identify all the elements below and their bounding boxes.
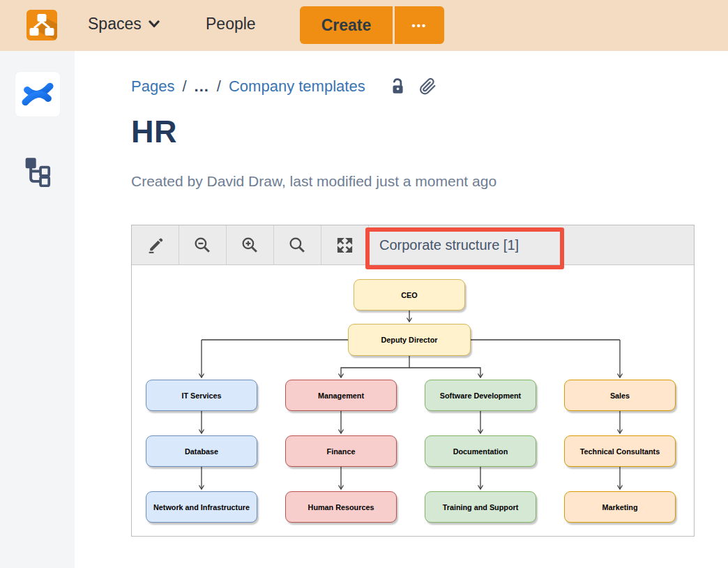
breadcrumb-separator: / bbox=[217, 77, 221, 96]
zoom-reset-icon bbox=[288, 236, 307, 255]
org-node-documentation: Documentation bbox=[425, 435, 536, 467]
org-node-it-services: IT Services bbox=[146, 380, 257, 411]
confluence-app-button[interactable] bbox=[15, 72, 60, 117]
unrestricted-button[interactable] bbox=[388, 77, 407, 96]
nav-spaces[interactable]: Spaces bbox=[88, 15, 160, 33]
breadcrumb-pages-link[interactable]: Pages bbox=[131, 77, 174, 96]
drawio-logo-icon bbox=[26, 10, 57, 40]
create-button-group: Create ••• bbox=[300, 6, 444, 44]
top-nav-bar: Spaces People Create ••• bbox=[0, 0, 728, 51]
breadcrumb-separator: / bbox=[182, 77, 186, 96]
fullscreen-icon bbox=[335, 236, 354, 255]
org-node-database: Database bbox=[146, 435, 257, 467]
org-node-technical-consultants: Technical Consultants bbox=[564, 435, 676, 467]
page-tree-icon bbox=[23, 156, 52, 187]
zoom-in-button[interactable] bbox=[227, 225, 274, 264]
breadcrumb-parent-link[interactable]: Company templates bbox=[229, 77, 365, 96]
edit-diagram-button[interactable] bbox=[132, 225, 179, 264]
fullscreen-button[interactable] bbox=[321, 225, 369, 264]
zoom-in-icon bbox=[241, 236, 259, 255]
paperclip-icon bbox=[419, 77, 437, 96]
page-byline: Created by David Draw, last modified jus… bbox=[131, 173, 496, 190]
nav-people-label: People bbox=[206, 15, 256, 33]
breadcrumb-ellipsis[interactable]: ... bbox=[195, 77, 209, 96]
diagram-toolbar: Corporate structure [1] bbox=[132, 225, 694, 265]
create-button[interactable]: Create bbox=[300, 6, 393, 44]
org-node-software-development: Software Development bbox=[425, 380, 536, 411]
drawio-logo[interactable] bbox=[26, 10, 57, 40]
page-title: HR bbox=[131, 114, 177, 150]
page-content: Pages / ... / Company templates HR Creat… bbox=[131, 51, 703, 568]
org-node-marketing: Marketing bbox=[564, 491, 676, 523]
org-node-deputy-director: Deputy Director bbox=[348, 324, 471, 356]
zoom-out-button[interactable] bbox=[179, 225, 227, 264]
page-tree-button[interactable] bbox=[22, 156, 53, 188]
attachments-button[interactable] bbox=[419, 77, 437, 96]
unlock-icon bbox=[388, 77, 407, 96]
create-more-button[interactable]: ••• bbox=[395, 6, 444, 44]
org-node-network-infrastructure: Network and Infrastructure bbox=[146, 491, 257, 523]
breadcrumb: Pages / ... / Company templates bbox=[131, 77, 437, 96]
org-node-finance: Finance bbox=[285, 435, 397, 467]
left-sidebar bbox=[0, 51, 75, 568]
zoom-out-icon bbox=[193, 236, 212, 255]
zoom-reset-button[interactable] bbox=[274, 225, 321, 264]
nav-spaces-label: Spaces bbox=[88, 15, 142, 33]
confluence-logo-icon bbox=[22, 78, 54, 110]
org-node-sales: Sales bbox=[564, 380, 676, 411]
diagram-viewer: Corporate structure [1] bbox=[131, 225, 695, 537]
org-node-management: Management bbox=[285, 380, 397, 411]
edit-icon bbox=[146, 236, 165, 255]
org-node-ceo: CEO bbox=[354, 279, 465, 311]
diagram-title: Corporate structure [1] bbox=[379, 225, 519, 264]
nav-people[interactable]: People bbox=[206, 15, 256, 33]
diagram-canvas[interactable]: CEO Deputy Director IT Services Manageme… bbox=[132, 265, 694, 536]
org-node-training-support: Training and Support bbox=[425, 491, 536, 523]
org-node-human-resources: Human Resources bbox=[285, 491, 397, 523]
chevron-down-icon bbox=[149, 20, 160, 28]
